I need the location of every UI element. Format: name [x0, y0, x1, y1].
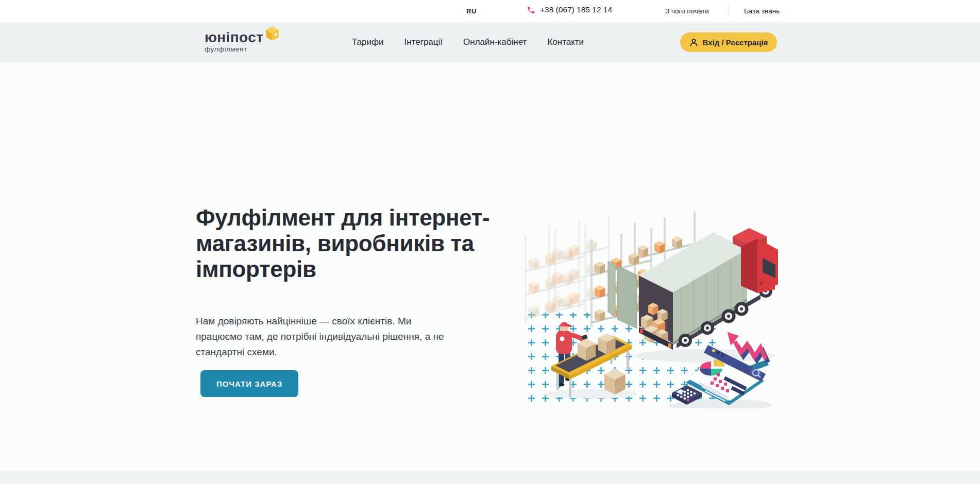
language-switch[interactable]: RU — [466, 7, 477, 15]
page: RU +38 (067) 185 12 14 З чого почати Баз… — [0, 0, 980, 484]
logo[interactable]: юніпост фулфілмент — [205, 30, 282, 53]
login-label: Вхід / Реєстрація — [703, 38, 768, 47]
topbar-link-knowledge-base[interactable]: База знань — [744, 7, 780, 15]
parcel-box — [578, 339, 596, 361]
parcel-box — [604, 369, 626, 394]
next-section-edge — [0, 471, 980, 484]
cube-box-icon — [265, 26, 279, 41]
login-register-button[interactable]: Вхід / Реєстрація — [680, 32, 777, 52]
hero-title: Фулфілмент для інтернет-магазинів, вироб… — [196, 205, 536, 282]
nav-tariffs[interactable]: Тарифи — [352, 37, 384, 47]
main-nav: Тарифи Інтеграції Онлайн-кабінет Контакт… — [352, 22, 584, 62]
start-now-button[interactable]: ПОЧАТИ ЗАРАЗ — [200, 370, 298, 397]
phone-number: +38 (067) 185 12 14 — [540, 5, 612, 14]
phone-link[interactable]: +38 (067) 185 12 14 — [527, 5, 612, 14]
top-bar: RU +38 (067) 185 12 14 З чого почати Баз… — [0, 0, 980, 22]
site-header: юніпост фулфілмент Тарифи Інтеграції Онл… — [0, 22, 980, 62]
nav-integrations[interactable]: Інтеграції — [404, 37, 443, 47]
nav-online-cabinet[interactable]: Онлайн-кабінет — [463, 37, 527, 47]
hero-description: Нам довіряють найцінніше — своїх клієнті… — [196, 314, 456, 360]
nav-contacts[interactable]: Контакти — [547, 37, 584, 47]
topbar-divider — [729, 6, 729, 16]
parcel-box — [598, 334, 616, 355]
hero-section: Фулфілмент для інтернет-магазинів, вироб… — [0, 62, 980, 484]
user-icon — [689, 38, 698, 47]
warehouse-illustration — [525, 211, 781, 408]
topbar-link-start[interactable]: З чого почати — [665, 7, 709, 15]
phone-icon — [527, 6, 535, 14]
logo-subtitle: фулфілмент — [205, 45, 282, 53]
